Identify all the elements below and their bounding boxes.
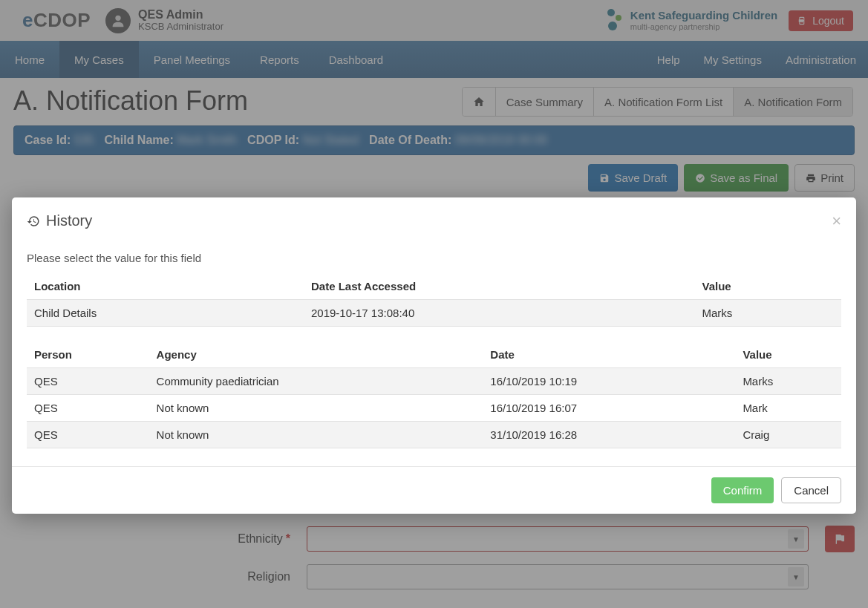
modal-hint: Please select the value for this field [27,252,841,264]
confirm-button[interactable]: Confirm [711,477,774,503]
table-row[interactable]: QESNot known16/10/2019 16:07Mark [27,395,841,422]
history-table-1: Location Date Last Accessed Value Child … [27,273,841,327]
table-row[interactable]: QESNot known31/10/2019 16:28Craig [27,422,841,448]
modal-title: History [27,212,92,229]
cancel-button[interactable]: Cancel [781,477,841,503]
table-row[interactable]: QESCommunity paediatrician16/10/2019 10:… [27,368,841,395]
history-modal: History × Please select the value for th… [12,197,856,514]
history-icon [27,215,40,228]
modal-close-button[interactable]: × [832,213,841,229]
table-row[interactable]: Child Details 2019-10-17 13:08:40 Marks [27,300,841,327]
history-table-2: Person Agency Date Value QESCommunity pa… [27,341,841,448]
